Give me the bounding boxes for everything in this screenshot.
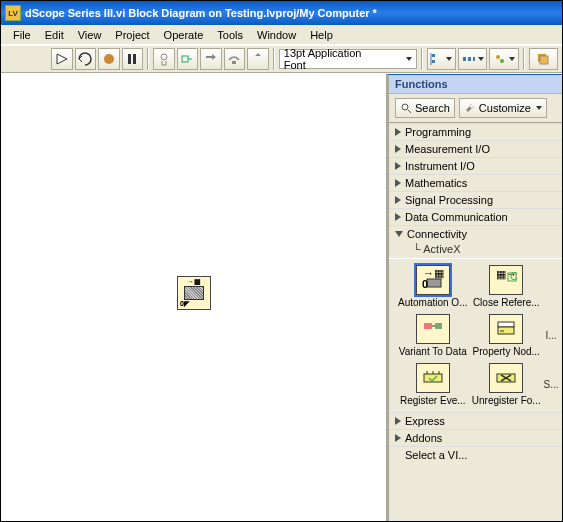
category-label: Instrument I/O [405,160,475,172]
svg-rect-5 [232,61,236,64]
title-bar: LV dScope Series III.vi Block Diagram on… [1,1,562,25]
subcategory-label: ActiveX [423,243,460,255]
category-label: Express [405,415,445,427]
reorder-button[interactable] [529,48,558,70]
svg-rect-22 [424,323,432,329]
palette-item-register-event[interactable]: Register Eve... [397,361,469,408]
svg-rect-10 [473,57,475,61]
run-button[interactable] [51,48,73,70]
search-icon [400,102,412,114]
palette-customize-button[interactable]: Customize [459,98,547,118]
distribute-button[interactable] [458,48,487,70]
node-icon [489,314,523,344]
pause-button[interactable] [122,48,144,70]
svg-rect-24 [498,322,514,327]
category-label: Mathematics [405,177,467,189]
category-instrument-io[interactable]: Instrument I/O [389,157,562,174]
palette-tree: Programming Measurement I/O Instrument I… [389,123,562,521]
svg-point-3 [161,54,167,60]
category-label: Measurement I/O [405,143,490,155]
more-row-indicator [544,263,558,310]
activex-icon-grid: →▦0 Automation O... ▦→C Close Refere... … [389,258,562,412]
customize-label: Customize [479,102,531,114]
category-select-a-vi[interactable]: Select a VI... [389,446,562,463]
block-diagram-canvas[interactable]: →▦ 0◤ Functions Search Customize Program… [1,73,562,521]
palette-item-unregister-for[interactable]: Unregister Fo... [471,361,543,408]
palette-item-label: Close Refere... [473,297,540,308]
menu-tools[interactable]: Tools [211,27,249,43]
toolbar: 13pt Application Font [1,45,562,73]
abort-button[interactable] [98,48,120,70]
svg-text:C: C [510,270,518,282]
node-icon [489,363,523,393]
category-mathematics[interactable]: Mathematics [389,174,562,191]
expanded-arrow-icon [395,231,403,237]
node-icon [416,363,450,393]
category-programming[interactable]: Programming [389,123,562,140]
step-out-button[interactable] [247,48,269,70]
category-express[interactable]: Express [389,412,562,429]
node-icon [416,314,450,344]
palette-item-close-reference[interactable]: ▦→C Close Refere... [471,263,543,310]
category-label: Signal Processing [405,194,493,206]
node-icon: ▦→C [489,265,523,295]
retain-wire-button[interactable] [177,48,199,70]
menu-operate[interactable]: Operate [158,27,210,43]
highlight-execution-button[interactable] [153,48,175,70]
font-label: 13pt Application Font [284,47,384,71]
node-icon: →▦0 [416,265,450,295]
toolbar-sep-2 [273,48,275,70]
category-label: Connectivity [407,228,467,240]
svg-rect-7 [432,60,435,63]
category-measurement-io[interactable]: Measurement I/O [389,140,562,157]
palette-item-property-node[interactable]: Property Nod... [471,312,543,359]
menu-help[interactable]: Help [304,27,339,43]
subcategory-activex[interactable]: └ ActiveX [389,242,562,258]
menu-edit[interactable]: Edit [39,27,70,43]
category-addons[interactable]: Addons [389,429,562,446]
align-button[interactable] [427,48,456,70]
svg-rect-8 [463,57,466,61]
category-label: Programming [405,126,471,138]
step-into-button[interactable] [200,48,222,70]
category-signal-processing[interactable]: Signal Processing [389,191,562,208]
dropdown-arrow-icon [406,57,412,61]
svg-rect-14 [540,56,548,64]
svg-rect-1 [128,54,131,64]
svg-point-11 [496,55,500,59]
menu-window[interactable]: Window [251,27,302,43]
svg-point-15 [402,104,408,110]
collapsed-arrow-icon [395,162,401,170]
wrench-icon [464,102,476,114]
toolbar-sep [147,48,149,70]
automation-open-node[interactable]: →▦ 0◤ [177,276,211,310]
menu-project[interactable]: Project [109,27,155,43]
toolbar-sep-4 [523,48,525,70]
run-continuous-button[interactable] [75,48,97,70]
menu-view[interactable]: View [72,27,108,43]
font-dropdown[interactable]: 13pt Application Font [279,49,417,69]
category-connectivity[interactable]: Connectivity [389,225,562,242]
toolbar-sep-3 [421,48,423,70]
cleanup-button[interactable] [489,48,518,70]
menu-file[interactable]: File [7,27,37,43]
category-label: Select a VI... [405,449,467,461]
more-row-indicator: I... [544,312,558,359]
palette-item-automation-open[interactable]: →▦0 Automation O... [397,263,469,310]
collapsed-arrow-icon [395,179,401,187]
svg-rect-23 [435,323,442,329]
category-label: Addons [405,432,442,444]
palette-search-button[interactable]: Search [395,98,455,118]
collapsed-arrow-icon [395,213,401,221]
svg-rect-17 [427,279,441,287]
functions-palette: Functions Search Customize Programming M… [386,74,562,521]
palette-item-label: Variant To Data [399,346,467,357]
svg-rect-2 [133,54,136,64]
palette-item-variant-to-data[interactable]: Variant To Data [397,312,469,359]
step-over-button[interactable] [224,48,246,70]
palette-item-label: Unregister Fo... [472,395,541,406]
category-data-communication[interactable]: Data Communication [389,208,562,225]
svg-rect-4 [182,56,188,62]
app-icon: LV [5,5,21,21]
collapsed-arrow-icon [395,434,401,442]
